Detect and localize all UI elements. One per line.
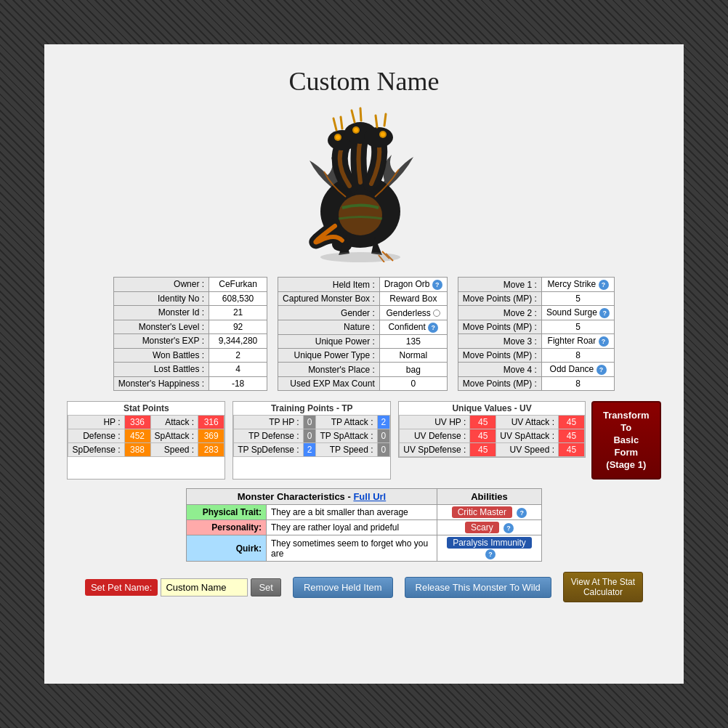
atk-label: Attack : xyxy=(150,416,198,429)
mp2-value: 5 xyxy=(541,320,614,334)
mp4-value: 8 xyxy=(541,377,614,391)
owner-table: Owner :CeFurkan Identity No :608,530 Mon… xyxy=(113,277,267,391)
main-panel: Custom Name xyxy=(44,44,684,684)
uv-def-value: 45 xyxy=(470,429,496,443)
svg-point-4 xyxy=(336,135,340,139)
move4-value: Odd Dance ? xyxy=(541,363,614,377)
speed-value: 283 xyxy=(198,443,225,457)
nature-value: Confident ? xyxy=(379,320,447,334)
move-table: Move 1 : Mercy Strike ? Move Points (MP)… xyxy=(458,277,615,391)
set-pet-section: Set Pet Name: Set xyxy=(85,578,281,596)
abilities-title: Abilities xyxy=(437,489,541,505)
item-table: Held Item : Dragon Orb ? Captured Monste… xyxy=(278,277,448,391)
personality-label: Personality: xyxy=(187,520,267,535)
tp-spdef-label: TP SpDefense : xyxy=(234,443,304,457)
set-button[interactable]: Set xyxy=(251,578,281,596)
ability1-help-icon[interactable]: ? xyxy=(517,508,527,518)
bottom-controls: Set Pet Name: Set Remove Held Item Relea… xyxy=(73,572,655,602)
captured-box-label: Captured Monster Box : xyxy=(278,292,380,306)
monster-image-area xyxy=(73,102,655,262)
move3-help-icon[interactable]: ? xyxy=(599,336,609,347)
ability3-help-icon[interactable]: ? xyxy=(485,549,496,559)
level-label: Monster's Level : xyxy=(113,320,209,334)
transform-button[interactable]: Transform ToBasic Form(Stage 1) xyxy=(591,401,661,480)
happiness-label: Monster's Happiness : xyxy=(113,376,209,391)
identity-value: 608,530 xyxy=(209,291,267,306)
quirk-label: Quirk: xyxy=(187,535,267,562)
owner-label: Owner : xyxy=(113,278,209,292)
personality-text: They are rather loyal and prideful xyxy=(267,520,437,535)
stat-points-box: Stat Points HP : 336 Attack : 316 Defens… xyxy=(67,401,225,480)
release-monster-button[interactable]: Release This Monster To Wild xyxy=(405,577,551,598)
characteristics-table: Monster Characteristics - Full Url Abili… xyxy=(186,488,542,562)
lost-value: 4 xyxy=(209,363,267,377)
uv-speed-label: UV Speed : xyxy=(496,443,559,457)
tp-speed-label: TP Speed : xyxy=(316,443,377,457)
move4-label: Move 4 : xyxy=(458,363,541,377)
move4-help-icon[interactable]: ? xyxy=(596,365,607,375)
uv-spdef-value: 45 xyxy=(470,443,496,457)
move1-help-icon[interactable]: ? xyxy=(599,280,609,290)
exp-value: 9,344,280 xyxy=(209,334,267,349)
ability3-tag: Paralysis Immunity xyxy=(447,537,532,549)
tp-atk-value: 2 xyxy=(377,416,390,429)
mp3-value: 8 xyxy=(541,349,614,363)
training-points-title: Training Points - TP xyxy=(233,402,390,415)
ability1-tag: Critic Master xyxy=(452,506,512,518)
ability3-cell: Paralysis Immunity ? xyxy=(437,535,541,562)
spatk-value: 369 xyxy=(198,429,225,443)
monster-title: Custom Name xyxy=(73,66,655,97)
tp-hp-value: 0 xyxy=(303,416,316,429)
mp1-value: 5 xyxy=(541,292,614,306)
tp-spatk-value: 0 xyxy=(377,429,390,443)
mp2-label: Move Points (MP) : xyxy=(458,320,541,334)
nature-label: Nature : xyxy=(278,320,380,334)
used-exp-label: Used EXP Max Count xyxy=(278,376,380,390)
ability2-tag: Scary xyxy=(465,522,499,533)
move3-label: Move 3 : xyxy=(458,334,541,349)
uv-atk-label: UV Attack : xyxy=(496,416,559,429)
uv-def-label: UV Defense : xyxy=(400,429,470,443)
spdef-label: SpDefense : xyxy=(68,443,124,457)
physical-label: Physical Trait: xyxy=(187,505,267,520)
uv-spatk-label: UV SpAttack : xyxy=(496,429,559,443)
characteristics-section: Monster Characteristics - Full Url Abili… xyxy=(186,488,542,562)
svg-point-11 xyxy=(320,252,400,262)
move3-value: Fighter Roar ? xyxy=(541,334,614,349)
full-url-link[interactable]: Full Url xyxy=(353,491,386,502)
move1-value: Mercy Strike ? xyxy=(541,278,614,292)
tp-atk-label: TP Attack : xyxy=(316,416,377,429)
won-value: 2 xyxy=(209,348,267,363)
hp-label: HP : xyxy=(68,416,124,429)
uv-box: Unique Values - UV UV HP : 45 UV Attack … xyxy=(398,401,586,458)
tp-def-label: TP Defense : xyxy=(234,429,304,443)
nature-help-icon[interactable]: ? xyxy=(428,323,438,333)
ability1-cell: Critic Master ? xyxy=(437,505,541,520)
monster-id-label: Monster Id : xyxy=(113,306,209,320)
tp-hp-label: TP HP : xyxy=(234,416,304,429)
won-label: Won Battles : xyxy=(113,348,209,363)
move2-help-icon[interactable]: ? xyxy=(599,308,610,318)
gender-label: Gender : xyxy=(278,306,380,320)
unique-power-type-label: Unique Power Type : xyxy=(278,349,380,363)
owner-value: CeFurkan xyxy=(209,278,267,292)
quirk-text: They sometimes seem to forget who you ar… xyxy=(267,535,437,562)
ability2-cell: Scary ? xyxy=(437,520,541,535)
pet-name-input[interactable] xyxy=(161,578,248,596)
svg-point-1 xyxy=(339,195,382,235)
used-exp-value: 0 xyxy=(379,376,447,390)
ability2-help-icon[interactable]: ? xyxy=(503,523,514,533)
stat-calculator-button[interactable]: View At The StatCalculator xyxy=(563,572,643,602)
lost-label: Lost Battles : xyxy=(113,363,209,377)
uv-hp-label: UV HP : xyxy=(400,416,470,429)
held-item-help-icon[interactable]: ? xyxy=(432,280,442,290)
captured-box-value: Reward Box xyxy=(379,292,447,306)
spdef-value: 388 xyxy=(124,443,150,457)
identity-label: Identity No : xyxy=(113,291,209,306)
unique-power-value: 135 xyxy=(379,334,447,348)
remove-held-item-button[interactable]: Remove Held Item xyxy=(293,577,393,598)
def-value: 452 xyxy=(124,429,150,443)
uv-title: Unique Values - UV xyxy=(399,402,585,415)
svg-point-7 xyxy=(354,128,358,132)
spatk-label: SpAttack : xyxy=(150,429,198,443)
